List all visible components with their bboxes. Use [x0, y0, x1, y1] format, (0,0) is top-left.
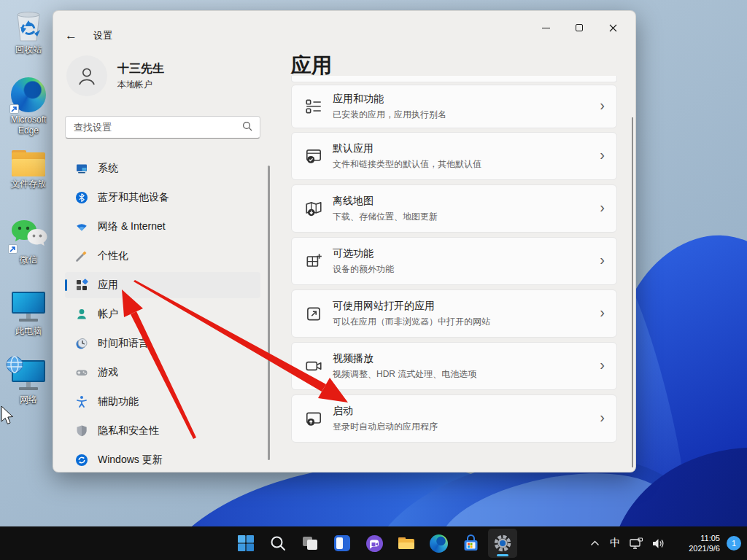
sidebar-item-label: 网络 & Internet — [98, 220, 166, 233]
tray-chevron-button[interactable] — [584, 529, 605, 558]
card-subtitle: 视频调整、HDR 流式处理、电池选项 — [333, 368, 476, 381]
active-app-indicator — [497, 554, 508, 556]
window-title: 设置 — [93, 29, 112, 42]
tray-time: 11:05 — [673, 533, 720, 543]
start-icon — [237, 534, 255, 552]
sidebar-item-privacy-security[interactable]: 隐私和安全性 — [65, 418, 260, 444]
edge-icon — [11, 77, 46, 112]
tray-clock[interactable]: 11:05 2021/9/6 — [673, 533, 720, 553]
system-icon — [75, 162, 88, 175]
close-button[interactable] — [596, 15, 630, 40]
chevron-right-icon: › — [600, 409, 605, 426]
settings-button-active[interactable] — [488, 529, 517, 558]
desktop-icon-network[interactable]: 网络 — [2, 360, 55, 405]
card-apps-features[interactable]: 应用和功能 已安装的应用，应用执行别名 › — [291, 85, 617, 128]
sidebar-item-network-internet[interactable]: 网络 & Internet — [65, 214, 260, 240]
user-name: 十三先生 — [117, 61, 164, 77]
store-button[interactable] — [456, 529, 485, 558]
card-startup[interactable]: 启动 登录时自动启动的应用程序 › — [291, 394, 617, 443]
selected-indicator — [65, 279, 67, 291]
this-pc-icon — [9, 292, 47, 324]
card-title: 启动 — [333, 405, 438, 418]
store-icon — [462, 534, 480, 553]
tray-volume-button[interactable] — [647, 529, 669, 558]
edge-button[interactable] — [424, 529, 453, 558]
wechat-icon — [9, 219, 47, 252]
sidebar-item-label: 辅助功能 — [98, 395, 139, 408]
sidebar-item-time-language[interactable]: 时间和语言 — [65, 330, 260, 357]
card-subtitle: 已安装的应用，应用执行别名 — [333, 109, 446, 121]
sidebar-scrollbar[interactable] — [268, 166, 270, 460]
taskbar: 中 11:05 2021/9/6 1 — [0, 526, 747, 560]
sidebar-item-label: 游戏 — [98, 366, 118, 379]
card-title: 应用和功能 — [333, 93, 446, 106]
user-account-block[interactable]: 十三先生 本地帐户 — [66, 55, 164, 96]
notification-badge[interactable]: 1 — [727, 536, 741, 551]
desktop-icon-label: 微信 — [2, 254, 55, 265]
user-account-type: 本地帐户 — [117, 79, 164, 91]
sidebar-item-accessibility[interactable]: 辅助功能 — [65, 389, 260, 415]
content-scrollbar[interactable] — [632, 117, 633, 467]
sidebar-item-label: 隐私和安全性 — [98, 424, 159, 438]
sidebar-item-personalization[interactable]: 个性化 — [65, 243, 260, 269]
desktop-icon-label: 回收站 — [2, 44, 55, 55]
avatar — [66, 55, 107, 96]
wifi-icon — [75, 220, 88, 233]
sidebar-item-windows-update[interactable]: Windows 更新 — [65, 447, 260, 473]
desktop-icon-folder[interactable]: 文件存放 — [2, 150, 55, 190]
chevron-right-icon: › — [600, 252, 605, 268]
desktop-icon-wechat[interactable]: 微信 — [2, 219, 55, 265]
back-button[interactable]: ← — [65, 28, 77, 43]
gamepad-icon — [75, 366, 88, 379]
card-default-apps[interactable]: 默认应用 文件和链接类型的默认值，其他默认值 › — [291, 132, 617, 180]
desktop-icon-this-pc[interactable]: 此电脑 — [2, 292, 55, 337]
card-video-playback[interactable]: 视频播放 视频调整、HDR 流式处理、电池选项 › — [291, 342, 617, 390]
edge-icon — [430, 534, 448, 553]
desktop-icon-recycle-bin[interactable]: 回收站 — [2, 9, 55, 55]
chevron-right-icon: › — [600, 304, 605, 321]
sidebar-item-gaming[interactable]: 游戏 — [65, 359, 260, 386]
settings-search-box[interactable] — [65, 116, 260, 139]
card-subtitle: 可以在应用（而非浏览器）中打开的网站 — [333, 316, 490, 328]
file-explorer-icon — [397, 534, 416, 553]
network-tray-icon — [630, 537, 643, 550]
sidebar-item-system[interactable]: 系统 — [65, 155, 260, 182]
start-button[interactable] — [231, 529, 260, 558]
settings-search-input[interactable] — [66, 122, 242, 133]
tray-network-button[interactable] — [625, 529, 647, 558]
card-title: 默认应用 — [333, 142, 481, 155]
chat-icon — [365, 534, 384, 553]
folder-icon — [12, 150, 45, 176]
task-view-button[interactable] — [295, 529, 325, 558]
apps-for-websites-icon — [304, 304, 323, 323]
ime-indicator[interactable]: 中 — [605, 529, 625, 558]
card-optional-features[interactable]: 可选功能 设备的额外功能 › — [291, 237, 617, 285]
desktop-icon-edge[interactable]: Microsoft Edge — [2, 77, 55, 136]
search-icon — [269, 534, 287, 552]
desktop-icon-label: Microsoft Edge — [2, 114, 55, 136]
chevron-right-icon: › — [600, 97, 605, 114]
sidebar-item-apps[interactable]: 应用 — [65, 272, 260, 298]
mouse-cursor — [1, 405, 15, 426]
maximize-button[interactable] — [562, 15, 596, 40]
sidebar-item-bluetooth-devices[interactable]: 蓝牙和其他设备 — [65, 184, 260, 211]
minimize-button[interactable] — [529, 15, 562, 40]
task-view-icon — [301, 534, 320, 553]
card-apps-for-websites[interactable]: 可使用网站打开的应用 可以在应用（而非浏览器）中打开的网站 › — [291, 289, 617, 338]
widgets-button[interactable] — [328, 529, 357, 558]
card-offline-maps[interactable]: 离线地图 下载、存储位置、地图更新 › — [291, 184, 617, 233]
desktop-icon-label: 文件存放 — [2, 179, 55, 190]
chat-button[interactable] — [360, 529, 389, 558]
apps-features-icon — [304, 97, 323, 116]
network-icon — [9, 360, 47, 392]
sidebar-item-label: 系统 — [98, 162, 118, 175]
sidebar-item-accounts[interactable]: 帐户 — [65, 301, 260, 327]
offline-maps-icon — [304, 199, 323, 218]
taskbar-search-button[interactable] — [263, 529, 293, 558]
card-title: 视频播放 — [333, 352, 476, 365]
desktop-icon-label: 网络 — [2, 394, 55, 405]
file-explorer-button[interactable] — [392, 529, 421, 558]
bluetooth-icon — [75, 191, 88, 204]
windows-update-icon — [75, 454, 88, 467]
accounts-icon — [75, 308, 88, 321]
